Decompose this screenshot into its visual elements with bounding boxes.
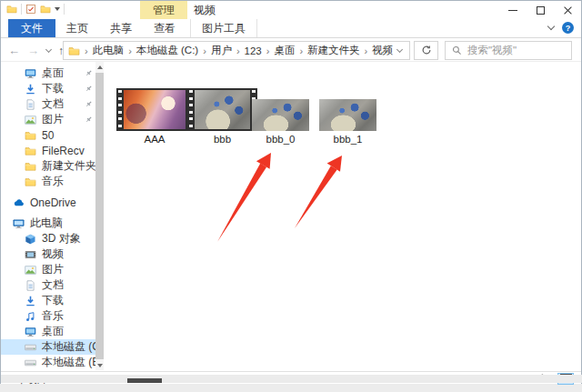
scrollbar-thumb[interactable] xyxy=(95,73,104,359)
sidebar-item-图片[interactable]: 图片 xyxy=(1,112,95,127)
sidebar-item-label: 新建文件夹 xyxy=(42,158,95,174)
ribbon-tab-view[interactable]: 查看 xyxy=(143,19,186,37)
contextual-tab-manage[interactable]: 管理 xyxy=(140,1,187,19)
sidebar-item-label: 视频 xyxy=(42,246,64,262)
ribbon-tab-share[interactable]: 共享 xyxy=(99,19,143,37)
file-item-bbb_1[interactable]: bbb_1 xyxy=(319,62,376,153)
sidebar-item-图片[interactable]: 图片 xyxy=(1,262,95,277)
close-button[interactable] xyxy=(554,1,581,19)
file-item-bbb_0[interactable]: bbb_0 xyxy=(252,62,309,153)
sidebar-item-label: 桌面 xyxy=(42,65,64,81)
folder-icon[interactable] xyxy=(40,4,51,15)
film-holes xyxy=(118,90,122,129)
sidebar-item-本地磁盘 (C:)[interactable]: 本地磁盘 (C:) xyxy=(1,339,95,355)
breadcrumb-item[interactable]: 本地磁盘 (C:) xyxy=(136,44,198,57)
sidebar-item-桌面[interactable]: 桌面 xyxy=(1,324,95,339)
breadcrumb-item[interactable]: 新建文件夹 xyxy=(307,44,360,57)
scroll-down-icon[interactable] xyxy=(95,360,104,370)
forward-icon[interactable]: → xyxy=(27,44,39,57)
sidebar-item-音乐[interactable]: 音乐 xyxy=(1,308,95,324)
ribbon-tab-file[interactable]: 文件 xyxy=(8,19,55,37)
breadcrumb-item[interactable]: 此电脑 xyxy=(93,44,125,57)
desktop-icon xyxy=(25,67,37,79)
back-icon[interactable]: ← xyxy=(8,44,20,57)
refresh-button[interactable] xyxy=(414,41,438,60)
sidebar-item-文档[interactable]: 文档 xyxy=(1,277,95,293)
sidebar-item-音乐[interactable]: 音乐 xyxy=(1,174,95,189)
scroll-up-icon[interactable] xyxy=(95,62,104,72)
filmstrip-thumbnail xyxy=(116,88,193,131)
sidebar-item-视频[interactable]: 视频 xyxy=(1,246,95,262)
film-holes xyxy=(189,90,193,129)
sidebar-item-FileRecv[interactable]: FileRecv xyxy=(1,143,95,158)
sidebar-item-下载[interactable]: 下载 xyxy=(1,293,95,308)
sidebar-item-label: 音乐 xyxy=(42,308,64,324)
navigation-buttons: ← → ↑ xyxy=(8,39,64,62)
taskbar-fragment xyxy=(127,378,162,383)
sidebar-item-此电脑[interactable]: 此电脑 xyxy=(1,216,95,231)
sidebar-item-label: 下载 xyxy=(42,81,64,96)
sidebar-scrollbar[interactable] xyxy=(95,62,104,370)
ribbon-tab-home[interactable]: 主页 xyxy=(55,19,99,37)
sidebar-item-新建文件夹[interactable]: 新建文件夹 xyxy=(1,158,95,174)
sidebar-item-OneDrive[interactable]: OneDrive xyxy=(1,195,95,210)
sidebar-item-label: 文档 xyxy=(42,277,64,293)
disk-icon xyxy=(25,341,37,353)
breadcrumb-separator[interactable]: › xyxy=(203,45,206,56)
pictures-icon xyxy=(25,264,37,276)
breadcrumb-separator[interactable]: › xyxy=(236,45,240,56)
maximize-button[interactable] xyxy=(527,1,554,19)
address-dropdown-icon[interactable] xyxy=(396,46,403,53)
sidebar-item-label: 桌面 xyxy=(42,324,64,339)
search-input[interactable]: 搜索"视频" xyxy=(445,41,572,60)
folder-icon[interactable] xyxy=(6,4,17,15)
folder-icon xyxy=(25,129,37,141)
red-arrow-head xyxy=(327,156,342,172)
sidebar-item-50[interactable]: 50 xyxy=(1,127,95,143)
pin-icon xyxy=(85,85,93,93)
sidebar-item-下载[interactable]: 下载 xyxy=(1,81,95,96)
breadcrumb-separator[interactable]: › xyxy=(266,45,270,56)
dropdown-icon[interactable] xyxy=(55,7,60,11)
breadcrumb-separator[interactable]: › xyxy=(128,45,132,56)
video-frame xyxy=(124,90,186,129)
onedrive-icon xyxy=(13,196,25,208)
ribbon-tab-bar: 文件主页共享查看图片工具 xyxy=(1,19,581,38)
ribbon-tab-picture-tools[interactable]: 图片工具 xyxy=(190,19,257,37)
breadcrumb-item[interactable]: 用户 xyxy=(211,44,232,57)
properties-icon[interactable] xyxy=(25,4,36,15)
folder-icon xyxy=(25,145,37,156)
breadcrumb-separator[interactable]: › xyxy=(365,45,368,56)
navigation-pane: 桌面下载文档图片50FileRecv新建文件夹音乐OneDrive此电脑3D 对… xyxy=(1,62,95,370)
desktop-icon xyxy=(25,326,37,337)
filmstrip-thumbnail xyxy=(187,88,257,131)
download-icon xyxy=(25,83,37,95)
sidebar-item-label: FileRecv xyxy=(42,145,85,157)
sidebar-item-label: 图片 xyxy=(42,262,64,277)
sidebar-item-label: 音乐 xyxy=(42,174,64,189)
sidebar-item-label: 下载 xyxy=(42,293,64,308)
sidebar-item-本地磁盘 (E:)[interactable]: 本地磁盘 (E:) xyxy=(1,355,95,370)
pin-icon xyxy=(85,116,93,124)
breadcrumb-item[interactable]: 桌面 xyxy=(274,44,295,57)
help-icon[interactable]: ? xyxy=(562,22,574,34)
sidebar-item-3D 对象[interactable]: 3D 对象 xyxy=(1,231,95,246)
toolbar-separator xyxy=(21,4,22,15)
folder-icon xyxy=(25,160,37,172)
breadcrumb-separator[interactable]: › xyxy=(299,45,303,56)
breadcrumb-item[interactable]: 123 xyxy=(245,45,262,56)
video-frame xyxy=(195,90,250,129)
computer-icon xyxy=(13,217,25,229)
breadcrumb-item[interactable]: 视频 xyxy=(372,44,393,57)
sidebar-item-文档[interactable]: 文档 xyxy=(1,96,95,112)
address-box[interactable]: ›此电脑›本地磁盘 (C:)›用户›123›桌面›新建文件夹›视频 xyxy=(63,41,410,60)
disk-icon xyxy=(25,357,37,368)
ribbon-collapse-icon[interactable] xyxy=(547,23,555,30)
breadcrumb-separator[interactable]: › xyxy=(85,45,88,56)
minimize-button[interactable] xyxy=(499,1,527,19)
ribbon-right-controls: ? xyxy=(548,22,574,34)
recent-locations-icon[interactable] xyxy=(45,46,52,53)
window-controls xyxy=(499,1,581,19)
sidebar-item-label: 3D 对象 xyxy=(42,231,81,246)
sidebar-item-桌面[interactable]: 桌面 xyxy=(1,65,95,81)
